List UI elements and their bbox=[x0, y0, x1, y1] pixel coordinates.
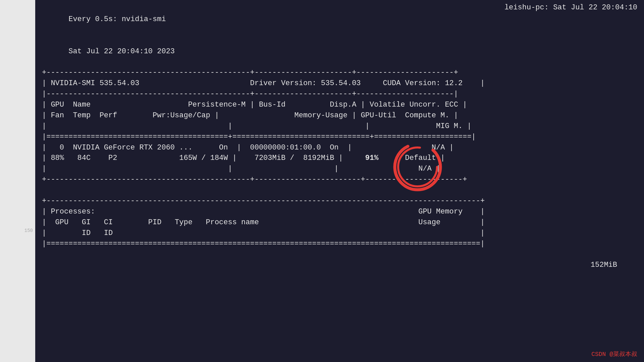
datetime-line: Sat Jul 22 20:04:10 2023 bbox=[42, 36, 637, 68]
equals-border: |=======================================… bbox=[42, 132, 637, 142]
processes-header: | Processes: GPU Memory | bbox=[42, 206, 637, 217]
line-number: 150 bbox=[24, 228, 33, 233]
smi-info-line: | NVIDIA-SMI 535.54.03 Driver Version: 5… bbox=[42, 78, 637, 89]
bottom-border1: +---------------------------------------… bbox=[42, 174, 637, 185]
col-header2: | Fan Temp Perf Pwr:Usage/Cap | Memory-U… bbox=[42, 110, 637, 121]
watermark: CSDN @菜叔本叔 bbox=[591, 350, 637, 358]
col-header3: | | | MIG M. | bbox=[42, 121, 637, 132]
processes-bottom-partial: 152MiB bbox=[42, 249, 637, 292]
terminal-content: Every 0.5s: nvidia-smi Sat Jul 22 20:04:… bbox=[42, 3, 637, 292]
processes-col-header1: | GPU GI CI PID Type Process name Usage … bbox=[42, 217, 637, 228]
processes-equals-border: |=======================================… bbox=[42, 239, 637, 249]
col-header1: | GPU Name Persistence-M | Bus-Id Disp.A… bbox=[42, 100, 637, 110]
processes-col-header2: | ID ID | bbox=[42, 228, 637, 239]
gpu-data-row1: | 0 NVIDIA GeForce RTX 2060 ... On | 000… bbox=[42, 142, 637, 153]
terminal-window: leishu-pc: Sat Jul 22 20:04:10 Every 0.5… bbox=[35, 0, 644, 362]
gpu-data-row3: | | | N/A | bbox=[42, 164, 637, 174]
top-right-timestamp: leishu-pc: Sat Jul 22 20:04:10 bbox=[504, 3, 637, 12]
mid-border1: |---------------------------------------… bbox=[42, 89, 637, 100]
top-border: +---------------------------------------… bbox=[42, 67, 637, 78]
gpu-data-row2: | 88% 84C P2 165W / 184W | 7203MiB / 819… bbox=[42, 153, 637, 164]
processes-top-border: +---------------------------------------… bbox=[42, 196, 637, 206]
blank-1 bbox=[42, 185, 637, 196]
left-margin: 150 bbox=[0, 0, 37, 362]
